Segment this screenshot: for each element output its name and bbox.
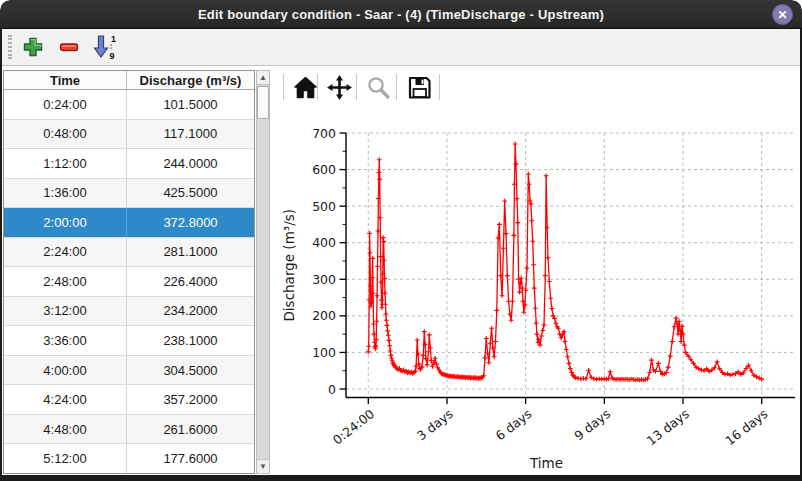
titlebar: Edit boundary condition - Saar - (4) (Ti… <box>0 0 802 29</box>
app-toolbar: 1 9 <box>2 29 800 66</box>
discharge-cell[interactable]: 304.5000 <box>127 356 254 385</box>
svg-text:700: 700 <box>312 126 336 141</box>
time-cell[interactable]: 2:24:00 <box>4 238 127 267</box>
time-cell[interactable]: 1:36:00 <box>4 179 127 208</box>
table-row-selected[interactable]: 2:00:00372.8000 <box>4 208 254 238</box>
time-cell[interactable]: 4:24:00 <box>4 385 127 414</box>
discharge-cell[interactable]: 425.5000 <box>127 179 254 208</box>
table-row[interactable]: 0:24:00101.5000 <box>4 90 254 120</box>
edit-boundary-condition-window: Edit boundary condition - Saar - (4) (Ti… <box>0 0 802 481</box>
column-header-discharge[interactable]: Discharge (m³/s) <box>127 71 254 89</box>
arrow-up-icon: ▲ <box>259 73 267 82</box>
discharge-cell[interactable]: 372.8000 <box>127 208 254 237</box>
svg-text:400: 400 <box>312 235 336 250</box>
svg-text:Time: Time <box>529 455 563 471</box>
table-row[interactable]: 1:36:00425.5000 <box>4 179 254 209</box>
discharge-cell[interactable]: 238.1000 <box>127 326 254 355</box>
plus-icon <box>22 36 44 58</box>
discharge-cell[interactable]: 117.1000 <box>127 120 254 149</box>
svg-text:300: 300 <box>312 272 336 287</box>
svg-text:600: 600 <box>312 162 336 177</box>
remove-row-button[interactable] <box>54 32 84 62</box>
table-row[interactable]: 2:48:00226.4000 <box>4 267 254 297</box>
arrow-down-icon: ▼ <box>259 462 267 471</box>
table-row[interactable]: 4:48:00261.6000 <box>4 415 254 445</box>
table-scrollbar[interactable]: ▲ ▼ <box>256 70 270 474</box>
discharge-cell[interactable]: 234.2000 <box>127 297 254 326</box>
table-row[interactable]: 4:00:00304.5000 <box>4 356 254 386</box>
svg-text:0: 0 <box>328 382 336 397</box>
svg-text:9 days: 9 days <box>571 406 613 443</box>
scrollbar-thumb[interactable] <box>257 86 269 119</box>
toolbar-drag-handle[interactable] <box>8 35 12 59</box>
svg-text:1: 1 <box>111 34 116 44</box>
discharge-cell[interactable]: 261.6000 <box>127 415 254 444</box>
time-cell[interactable]: 5:12:00 <box>4 444 127 473</box>
discharge-cell[interactable]: 281.1000 <box>127 238 254 267</box>
time-cell[interactable]: 0:24:00 <box>4 90 127 119</box>
table-row[interactable]: 1:12:00244.0000 <box>4 149 254 179</box>
svg-text:200: 200 <box>312 308 336 323</box>
svg-text:9: 9 <box>110 51 115 60</box>
svg-text:100: 100 <box>312 345 336 360</box>
time-cell[interactable]: 3:36:00 <box>4 326 127 355</box>
discharge-cell[interactable]: 177.6000 <box>127 444 254 473</box>
svg-text:500: 500 <box>312 199 336 214</box>
table-header: Time Discharge (m³/s) <box>4 71 254 90</box>
chart-pane: 01002003004005006007000:24:003 days6 day… <box>270 66 800 475</box>
svg-text:0:24:00: 0:24:00 <box>330 406 377 448</box>
scroll-up-button[interactable]: ▲ <box>257 71 269 85</box>
table-row[interactable]: 4:24:00357.2000 <box>4 385 254 415</box>
time-cell[interactable]: 0:48:00 <box>4 120 127 149</box>
table-row[interactable]: 2:24:00281.1000 <box>4 238 254 268</box>
discharge-cell[interactable]: 101.5000 <box>127 90 254 119</box>
window-title: Edit boundary condition - Saar - (4) (Ti… <box>198 7 604 22</box>
timeseries-table: Time Discharge (m³/s) 0:24:00101.50000:4… <box>3 70 255 474</box>
table-row[interactable]: 3:12:00234.2000 <box>4 297 254 327</box>
sort-rows-button[interactable]: 1 9 <box>90 32 120 62</box>
window-border <box>0 29 2 481</box>
table-row[interactable]: 3:36:00238.1000 <box>4 326 254 356</box>
svg-text:3 days: 3 days <box>414 406 456 443</box>
discharge-cell[interactable]: 226.4000 <box>127 267 254 296</box>
close-button[interactable]: ✕ <box>772 4 793 25</box>
column-header-time[interactable]: Time <box>4 71 127 89</box>
close-icon: ✕ <box>777 8 787 22</box>
discharge-cell[interactable]: 357.2000 <box>127 385 254 414</box>
add-row-button[interactable] <box>18 32 48 62</box>
svg-text:Discharge (m³/s): Discharge (m³/s) <box>281 209 297 322</box>
sort-1-9-icon: 1 9 <box>93 34 117 60</box>
window-border <box>0 475 802 481</box>
minus-icon <box>58 36 80 58</box>
chart-canvas[interactable]: 01002003004005006007000:24:003 days6 day… <box>270 66 800 475</box>
time-cell[interactable]: 2:00:00 <box>4 208 127 237</box>
svg-text:16 days: 16 days <box>722 406 770 448</box>
scroll-down-button[interactable]: ▼ <box>257 459 269 473</box>
table-row[interactable]: 5:12:00177.6000 <box>4 444 254 473</box>
time-cell[interactable]: 3:12:00 <box>4 297 127 326</box>
table-row[interactable]: 0:48:00117.1000 <box>4 120 254 150</box>
time-cell[interactable]: 2:48:00 <box>4 267 127 296</box>
time-cell[interactable]: 4:48:00 <box>4 415 127 444</box>
table-body: 0:24:00101.50000:48:00117.10001:12:00244… <box>4 90 254 473</box>
svg-text:13 days: 13 days <box>644 406 692 448</box>
time-cell[interactable]: 1:12:00 <box>4 149 127 178</box>
svg-text:6 days: 6 days <box>493 406 535 443</box>
discharge-cell[interactable]: 244.0000 <box>127 149 254 178</box>
time-cell[interactable]: 4:00:00 <box>4 356 127 385</box>
